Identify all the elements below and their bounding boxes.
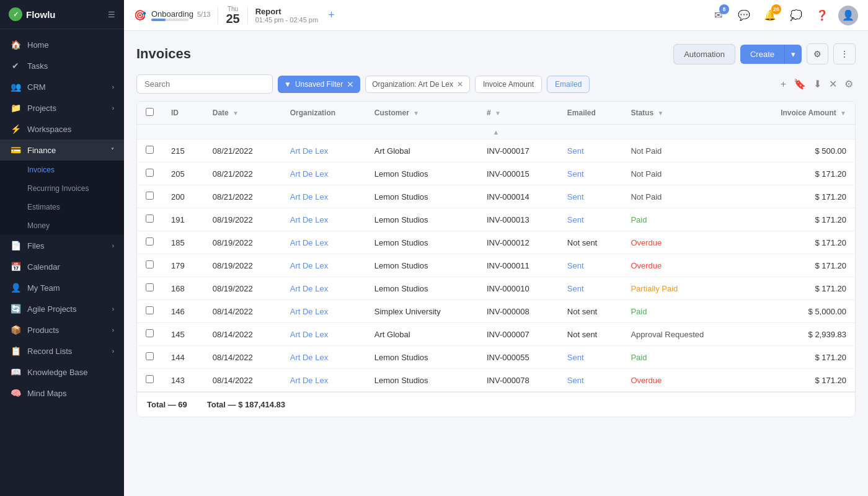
unsaved-filter-chip[interactable]: ▼ Unsaved Filter ✕ (278, 76, 360, 93)
row-checkbox[interactable] (146, 237, 154, 246)
user-avatar[interactable]: 👤 (838, 6, 858, 25)
row-checkbox[interactable] (146, 329, 154, 337)
row-checkbox-cell[interactable] (137, 300, 162, 323)
row-id: 200 (162, 185, 204, 208)
row-checkbox[interactable] (146, 260, 154, 268)
org-filter-tag[interactable]: Organization: Art De Lex ✕ (365, 76, 470, 93)
chevron-up-icon[interactable]: ▲ (493, 128, 500, 136)
row-status: Overdue (622, 231, 743, 254)
col-org: Organization (281, 102, 366, 125)
add-filter-button[interactable]: + (778, 76, 789, 92)
search-input[interactable] (136, 74, 273, 94)
mail-button[interactable]: ✉ 8 (708, 6, 728, 25)
sidebar-subitem-estimates[interactable]: Estimates (0, 198, 124, 216)
automation-button[interactable]: Automation (673, 44, 735, 64)
table-row: 205 08/21/2022 Art De Lex Lemon Studios … (137, 162, 855, 185)
settings-button[interactable]: ⚙ (807, 43, 828, 64)
app-logo[interactable]: ✓ Flowlu (9, 7, 56, 21)
row-status: Overdue (622, 254, 743, 277)
col-id[interactable]: ID (162, 102, 204, 125)
sidebar-item-label: Home (27, 40, 49, 50)
help-button[interactable]: ❓ (812, 6, 832, 25)
col-date[interactable]: Date ▼ (204, 102, 281, 125)
sidebar-subitem-recurring[interactable]: Recurring Invoices (0, 179, 124, 198)
row-checkbox-cell[interactable] (137, 140, 162, 162)
row-org: Art De Lex (281, 140, 366, 162)
sidebar-item-home[interactable]: 🏠 Home (0, 34, 124, 55)
hamburger-icon[interactable]: ☰ (108, 10, 115, 19)
sidebar-subitem-invoices[interactable]: Invoices (0, 161, 124, 179)
comments-button[interactable]: 💬 (734, 6, 754, 25)
row-checkbox[interactable] (146, 352, 154, 360)
row-checkbox-cell[interactable] (137, 231, 162, 254)
row-customer: Lemon Studios (366, 277, 478, 300)
row-emailed: Sent (559, 254, 622, 277)
row-checkbox-cell[interactable] (137, 323, 162, 346)
sidebar-item-projects[interactable]: 📁 Projects › (0, 97, 124, 118)
col-num[interactable]: # ▼ (478, 102, 559, 125)
amount-filter-button[interactable]: Invoice Amount (475, 76, 542, 93)
row-checkbox-cell[interactable] (137, 254, 162, 277)
more-options-button[interactable]: ⋮ (833, 43, 856, 64)
sidebar-item-crm[interactable]: 👥 CRM › (0, 76, 124, 97)
select-all-header[interactable] (137, 102, 162, 125)
calendar-icon: 📅 (10, 262, 21, 272)
clear-filters-button[interactable]: ✕ (826, 76, 839, 92)
sidebar-item-knowledge-base[interactable]: 📖 Knowledge Base (0, 361, 124, 383)
org-filter-close-icon[interactable]: ✕ (457, 80, 463, 89)
row-checkbox[interactable] (146, 169, 154, 177)
sidebar-item-finance[interactable]: 💳 Finance ˅ (0, 140, 124, 161)
create-button[interactable]: Create (740, 45, 784, 64)
sidebar-subitem-money[interactable]: Money (0, 216, 124, 235)
subitem-label: Recurring Invoices (27, 184, 89, 193)
notifications-button[interactable]: 🔔 26 (760, 6, 780, 25)
sidebar-item-workspaces[interactable]: ⚡ Workspaces (0, 118, 124, 140)
sidebar-item-record-lists[interactable]: 📋 Record Lists › (0, 340, 124, 361)
sidebar: ✓ Flowlu ☰ 🏠 Home ✔ Tasks 👥 CRM › 📁 Proj… (0, 0, 124, 496)
subitem-label: Money (27, 221, 50, 230)
sidebar-item-mind-maps[interactable]: 🧠 Mind Maps (0, 383, 124, 404)
download-button[interactable]: ⬇ (811, 76, 824, 92)
row-checkbox[interactable] (146, 215, 154, 223)
row-checkbox[interactable] (146, 375, 154, 383)
sidebar-item-files[interactable]: 📄 Files › (0, 235, 124, 256)
onboarding-widget[interactable]: 🎯 Onboarding 5/13 (134, 9, 210, 21)
row-checkbox-cell[interactable] (137, 162, 162, 185)
knowledge-base-icon: 📖 (10, 367, 21, 377)
row-emailed: Sent (559, 277, 622, 300)
row-checkbox[interactable] (146, 146, 154, 154)
col-customer[interactable]: Customer ▼ (366, 102, 478, 125)
row-checkbox-cell[interactable] (137, 346, 162, 369)
row-checkbox[interactable] (146, 283, 154, 291)
sidebar-item-agile[interactable]: 🔄 Agile Projects › (0, 298, 124, 319)
report-add-icon[interactable]: + (328, 9, 335, 22)
row-num: INV-000008 (478, 300, 559, 323)
sidebar-item-calendar[interactable]: 📅 Calendar (0, 256, 124, 277)
table-row: 146 08/14/2022 Art De Lex Simplex Univer… (137, 300, 855, 323)
subitem-label: Estimates (27, 203, 60, 211)
select-all-checkbox[interactable] (146, 108, 154, 116)
row-id: 191 (162, 208, 204, 231)
filter-chip-close-icon[interactable]: ✕ (347, 79, 354, 89)
row-checkbox-cell[interactable] (137, 369, 162, 392)
chevron-down-icon: ▾ (791, 50, 795, 59)
row-customer: Art Global (366, 140, 478, 162)
filter-settings-button[interactable]: ⚙ (842, 76, 856, 92)
footer-amount: Total — $ 187,414.83 (207, 400, 285, 409)
row-checkbox[interactable] (146, 192, 154, 200)
row-amount: $ 171.20 (743, 162, 855, 185)
row-checkbox-cell[interactable] (137, 277, 162, 300)
col-amount[interactable]: Invoice Amount ▼ (743, 102, 855, 125)
save-filter-button[interactable]: 🔖 (791, 76, 808, 92)
row-checkbox-cell[interactable] (137, 185, 162, 208)
chat-button[interactable]: 💭 (786, 6, 806, 25)
sidebar-item-products[interactable]: 📦 Products › (0, 319, 124, 340)
row-checkbox-cell[interactable] (137, 208, 162, 231)
sidebar-item-my-team[interactable]: 👤 My Team (0, 277, 124, 298)
row-checkbox[interactable] (146, 306, 154, 314)
emailed-filter-button[interactable]: Emailed (547, 76, 590, 93)
create-dropdown-button[interactable]: ▾ (784, 45, 802, 64)
col-status[interactable]: Status ▼ (622, 102, 743, 125)
page-actions: Automation Create ▾ ⚙ ⋮ (673, 43, 856, 64)
sidebar-item-tasks[interactable]: ✔ Tasks (0, 55, 124, 76)
